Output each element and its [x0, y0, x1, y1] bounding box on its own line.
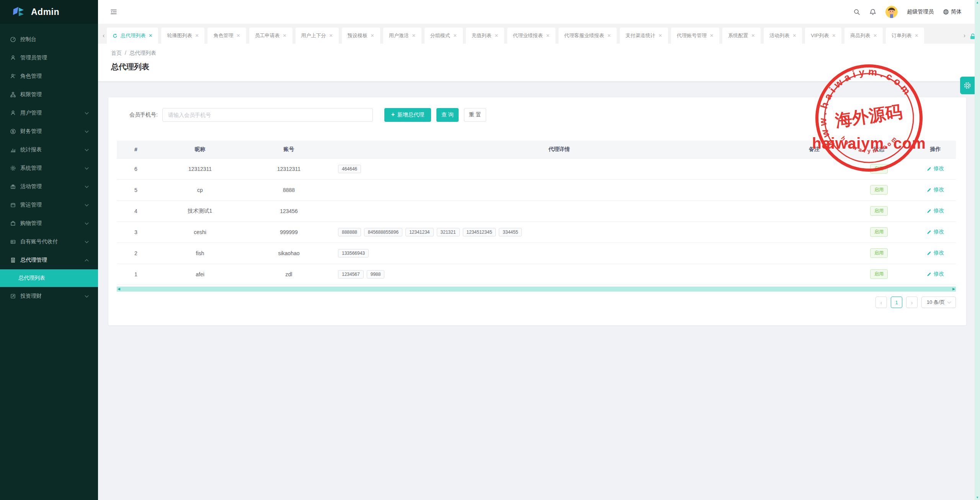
avatar[interactable] [885, 6, 898, 18]
sidebar-item-agent-management[interactable]: 总代理管理 [0, 251, 98, 269]
page-number-button[interactable]: 1 [891, 297, 902, 308]
sidebar: Admin 控制台 管理员管理 角色管理 权限管理 用户管理 财务管理 统计报表… [0, 0, 98, 500]
close-icon[interactable]: ✕ [792, 33, 796, 38]
sidebar-item-users[interactable]: 用户管理 [0, 104, 98, 122]
sidebar-item-finance[interactable]: 财务管理 [0, 122, 98, 141]
sidebar-item-activities[interactable]: 活动管理 [0, 177, 98, 196]
close-icon[interactable]: ✕ [915, 33, 918, 38]
tab-preset-templates[interactable]: 预设模板✕ [342, 28, 380, 44]
close-icon[interactable]: ✕ [751, 33, 755, 38]
sidebar-subitem-agent-list[interactable]: 总代理列表 [0, 269, 98, 287]
invest-icon [10, 293, 16, 299]
bell-icon[interactable] [869, 8, 876, 15]
scroll-right-icon[interactable]: ▶ [952, 287, 955, 291]
menu-fold-icon[interactable] [110, 8, 117, 15]
tab-order-list[interactable]: 订单列表✕ [886, 28, 924, 44]
close-icon[interactable]: ✕ [283, 33, 287, 38]
refresh-icon[interactable] [113, 33, 118, 38]
tab-recharge-list[interactable]: 充值列表✕ [466, 28, 504, 44]
chevron-down-icon [85, 221, 89, 225]
open-tabs: 总代理列表✕ 轮播图列表✕ 角色管理✕ 员工申请表✕ 用户上下分✕ 预设模板✕ … [107, 28, 961, 44]
close-icon[interactable]: ✕ [149, 33, 152, 38]
tab-role-management[interactable]: 角色管理✕ [207, 28, 246, 44]
sidebar-item-permissions[interactable]: 权限管理 [0, 85, 98, 104]
tabs-scroll-left-icon[interactable]: ‹ [100, 32, 107, 44]
tab-employee-applications[interactable]: 员工申请表✕ [249, 28, 292, 44]
close-icon[interactable]: ✕ [658, 33, 662, 38]
prev-page-button[interactable]: ‹ [875, 297, 887, 308]
finance-icon [10, 128, 16, 134]
close-icon[interactable]: ✕ [873, 33, 877, 38]
tab-vip-list[interactable]: VIP列表✕ [805, 28, 841, 44]
tab-group-mode[interactable]: 分组模式✕ [425, 28, 463, 44]
language-switcher[interactable]: 简体 [943, 8, 962, 15]
breadcrumb-home[interactable]: 首页 [111, 50, 122, 57]
add-agent-button[interactable]: +新增总代理 [384, 108, 431, 122]
page-size-select[interactable]: 10 条/页 [921, 297, 956, 308]
close-icon[interactable]: ✕ [710, 33, 714, 38]
pagination: ‹ 1 › 10 条/页 [875, 297, 956, 308]
sidebar-item-investment[interactable]: 投资理财 [0, 287, 98, 305]
tab-activity-list[interactable]: 活动列表✕ [764, 28, 802, 44]
close-icon[interactable]: ✕ [453, 33, 457, 38]
sidebar-item-system[interactable]: 系统管理 [0, 159, 98, 177]
sidebar-item-shopping[interactable]: 购物管理 [0, 214, 98, 233]
tab-payment-channel-stats[interactable]: 支付渠道统计✕ [620, 28, 668, 44]
admin-icon [10, 55, 16, 61]
close-icon[interactable]: ✕ [329, 33, 333, 38]
close-icon[interactable]: ✕ [371, 33, 374, 38]
agents-table: # 昵称 账号 代理详情 备注 状态 操作 6 12312311 1231231… [117, 141, 956, 285]
close-icon[interactable]: ✕ [495, 33, 498, 38]
table-row: 2 fish sikaohao 133566943 启用 修改 [117, 243, 956, 264]
next-page-button[interactable]: › [906, 297, 918, 308]
table-row: 1 afei zdl 12345679988 启用 修改 [117, 264, 956, 285]
sidebar-item-reports[interactable]: 统计报表 [0, 141, 98, 159]
sidebar-menu: 控制台 管理员管理 角色管理 权限管理 用户管理 财务管理 统计报表 系统管理 … [0, 24, 98, 305]
scroll-up-icon[interactable]: ▲ [975, 1, 980, 4]
scroll-left-icon[interactable]: ◀ [118, 287, 120, 291]
report-icon [10, 147, 16, 153]
edit-button[interactable]: 修改 [927, 270, 944, 277]
tab-agent-accounts[interactable]: 代理账号管理✕ [671, 28, 719, 44]
sidebar-item-own-account[interactable]: 自有账号代收付 [0, 233, 98, 251]
close-icon[interactable]: ✕ [607, 33, 611, 38]
edit-button[interactable]: 修改 [927, 186, 944, 193]
scroll-down-icon[interactable]: ▼ [975, 496, 980, 499]
search-button[interactable]: 查 询 [436, 108, 459, 122]
tab-user-updown[interactable]: 用户上下分✕ [296, 28, 339, 44]
close-icon[interactable]: ✕ [546, 33, 550, 38]
page-scrollbar[interactable]: ▲ ▼ [975, 0, 980, 500]
phone-input[interactable] [162, 108, 373, 122]
user-name[interactable]: 超级管理员 [907, 8, 934, 15]
tab-agent-list[interactable]: 总代理列表✕ [107, 28, 158, 44]
chevron-down-icon [85, 203, 89, 207]
reset-button[interactable]: 重 置 [464, 108, 486, 122]
sidebar-item-admins[interactable]: 管理员管理 [0, 49, 98, 67]
tab-agent-service-performance[interactable]: 代理客服业绩报表✕ [559, 28, 617, 44]
breadcrumb: 首页 / 总代理列表 [111, 50, 980, 57]
horizontal-scrollbar[interactable]: ◀ ▶ [117, 287, 956, 292]
tab-product-list[interactable]: 商品列表✕ [844, 28, 883, 44]
sidebar-item-operations[interactable]: 营运管理 [0, 196, 98, 214]
operation-icon [10, 202, 16, 208]
tabs-scroll-right-icon[interactable]: › [961, 32, 968, 44]
tab-banner-list[interactable]: 轮播图列表✕ [161, 28, 204, 44]
edit-button[interactable]: 修改 [927, 249, 944, 256]
edit-button[interactable]: 修改 [927, 165, 944, 172]
pencil-icon [927, 166, 932, 171]
settings-fab[interactable] [960, 77, 975, 94]
close-icon[interactable]: ✕ [236, 33, 240, 38]
close-icon[interactable]: ✕ [832, 33, 836, 38]
shopping-icon [10, 220, 16, 226]
tab-agent-performance[interactable]: 代理业绩报表✕ [507, 28, 555, 44]
close-icon[interactable]: ✕ [195, 33, 199, 38]
table-row: 6 12312311 12312311 464646 启用 修改 [117, 158, 956, 179]
edit-button[interactable]: 修改 [927, 207, 944, 214]
close-icon[interactable]: ✕ [412, 33, 416, 38]
sidebar-item-dashboard[interactable]: 控制台 [0, 30, 98, 49]
tab-user-activation[interactable]: 用户激活✕ [383, 28, 421, 44]
tab-system-config[interactable]: 系统配置✕ [722, 28, 761, 44]
sidebar-item-roles[interactable]: 角色管理 [0, 67, 98, 85]
search-icon[interactable] [853, 8, 860, 15]
edit-button[interactable]: 修改 [927, 228, 944, 235]
